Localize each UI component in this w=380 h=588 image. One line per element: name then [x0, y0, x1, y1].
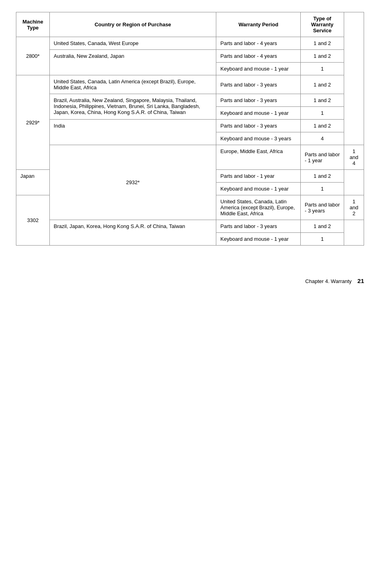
col-header-warranty-period: Warranty Period — [216, 12, 301, 37]
cell-warranty-service: 1 and 2 — [300, 50, 344, 63]
cell-warranty-period: Parts and labor - 3 years — [216, 120, 301, 132]
cell-warranty-period: Parts and labor - 1 year — [300, 145, 344, 170]
cell-country: Europe, Middle East, Africa — [216, 145, 301, 170]
warranty-table: Machine Type Country or Region of Purcha… — [16, 12, 364, 246]
cell-country: India — [49, 120, 216, 145]
table-header-row: Machine Type Country or Region of Purcha… — [16, 12, 364, 37]
cell-machine-type: 2929* — [16, 75, 50, 170]
cell-machine-type: 3302 — [16, 195, 50, 246]
table-row: 2932*Europe, Middle East, AfricaParts an… — [16, 145, 364, 170]
cell-warranty-service: 1 — [300, 107, 344, 120]
cell-warranty-service: 1 and 2 — [300, 94, 344, 107]
cell-warranty-period: Keyboard and mouse - 1 year — [216, 183, 301, 195]
cell-warranty-period: Parts and labor - 4 years — [216, 50, 301, 63]
cell-country: United States, Canada, Latin America (ex… — [49, 75, 216, 94]
cell-warranty-period: Parts and labor - 4 years — [216, 37, 301, 50]
cell-country: Japan — [16, 170, 50, 195]
cell-warranty-period: Parts and labor - 3 years — [216, 75, 301, 94]
footer-chapter-label: Chapter 4. Warranty — [305, 278, 352, 284]
col-header-warranty-service: Type of Warranty Service — [300, 12, 344, 37]
cell-country: Brazil, Japan, Korea, Hong Kong S.A.R. o… — [49, 220, 216, 246]
table-row: IndiaParts and labor - 3 years1 and 2 — [16, 120, 364, 132]
cell-warranty-period: Keyboard and mouse - 3 years — [216, 132, 301, 145]
cell-country: Brazil, Australia, New Zealand, Singapor… — [49, 94, 216, 120]
cell-machine-type: 2932* — [49, 145, 216, 220]
cell-warranty-period: Keyboard and mouse - 1 year — [216, 107, 301, 120]
table-row: 2929*United States, Canada, Latin Americ… — [16, 75, 364, 94]
table-row: 2800*United States, Canada, West EuropeP… — [16, 37, 364, 50]
cell-warranty-service: 1 — [300, 183, 344, 195]
cell-country: United States, Canada, West Europe — [49, 37, 216, 50]
table-row: Australia, New Zealand, JapanParts and l… — [16, 50, 364, 63]
cell-warranty-service: 1 and 2 — [300, 220, 344, 233]
cell-warranty-period: Keyboard and mouse - 1 year — [216, 63, 301, 75]
cell-warranty-service: 1 and 2 — [300, 37, 344, 50]
cell-country: United States, Canada, Latin America (ex… — [216, 195, 301, 220]
cell-country: Australia, New Zealand, Japan — [49, 50, 216, 75]
cell-machine-type: 2800* — [16, 37, 50, 75]
cell-warranty-service: 1 and 2 — [300, 170, 344, 183]
cell-warranty-service: 1 and 4 — [344, 145, 364, 170]
cell-warranty-period: Parts and labor - 1 year — [216, 170, 301, 183]
col-header-machine-type: Machine Type — [16, 12, 50, 37]
table-row: Brazil, Japan, Korea, Hong Kong S.A.R. o… — [16, 220, 364, 233]
col-header-country: Country or Region of Purchase — [49, 12, 216, 37]
footer-page-number: 21 — [357, 277, 364, 284]
page-footer: Chapter 4. Warranty 21 — [16, 277, 364, 284]
cell-warranty-service: 1 and 2 — [344, 195, 364, 220]
cell-warranty-period: Parts and labor - 3 years — [216, 94, 301, 107]
table-row: Brazil, Australia, New Zealand, Singapor… — [16, 94, 364, 107]
cell-warranty-service: 1 and 2 — [300, 75, 344, 94]
cell-warranty-service: 1 — [300, 63, 344, 75]
cell-warranty-period: Parts and labor - 3 years — [300, 195, 344, 220]
cell-warranty-service: 1 — [300, 233, 344, 246]
cell-warranty-service: 4 — [300, 132, 344, 145]
cell-warranty-period: Parts and labor - 3 years — [216, 220, 301, 233]
cell-warranty-period: Keyboard and mouse - 1 year — [216, 233, 301, 246]
cell-warranty-service: 1 and 2 — [300, 120, 344, 132]
warranty-table-wrapper: Machine Type Country or Region of Purcha… — [16, 12, 364, 246]
